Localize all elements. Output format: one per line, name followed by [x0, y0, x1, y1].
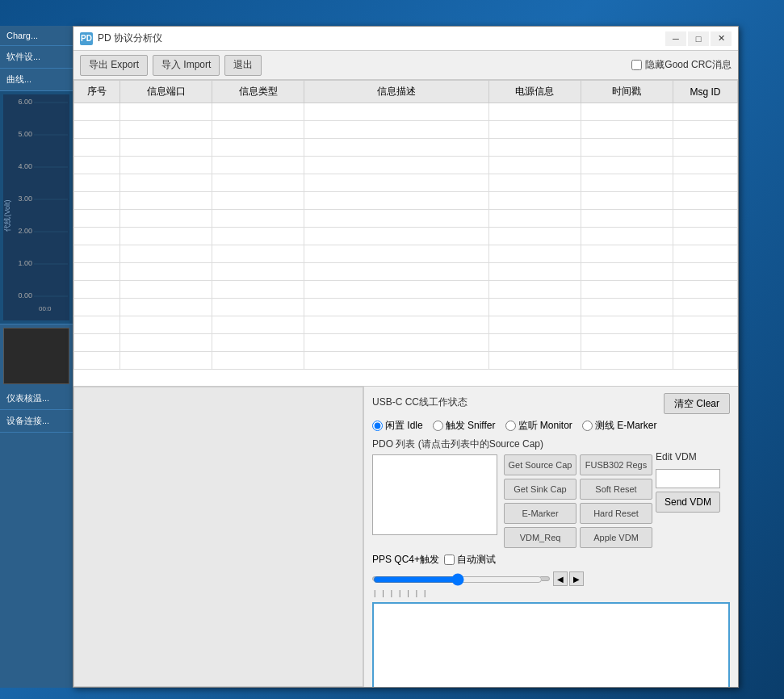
vdm-req-btn[interactable]: VDM_Req [504, 527, 576, 548]
table-row [74, 174, 738, 192]
pps-label: PPS QC4+触发 [372, 553, 439, 567]
slider-left-arrow[interactable]: ◀ [553, 571, 568, 586]
slider-arrows: ◀ ▶ [553, 571, 584, 586]
left-chart-panel [73, 387, 364, 687]
sidebar-mini-chart-section [0, 324, 73, 387]
sidebar-item-temp[interactable]: 仪表核温... [0, 387, 73, 410]
table-row [74, 157, 738, 174]
svg-text:代线(Volt): 代线(Volt) [3, 199, 11, 232]
pdo-btn-row-3: E-Marker Hard Reset [504, 503, 652, 524]
textarea-wrapper [372, 602, 730, 687]
toolbar: 导出 Export 导入 Import 退出 隐藏Good CRC消息 [73, 51, 738, 80]
vdm-section-title: Edit VDM [656, 451, 720, 463]
minimize-button[interactable]: ─ [665, 31, 686, 46]
e-marker-btn[interactable]: E-Marker [504, 503, 576, 524]
window-icon: PD [80, 32, 93, 45]
auto-test-label[interactable]: 自动测试 [444, 553, 496, 567]
import-button[interactable]: 导入 Import [153, 55, 220, 76]
hide-crc-checkbox[interactable] [631, 60, 642, 70]
radio-sniffer[interactable]: 触发 Sniffer [433, 419, 496, 433]
pdo-btn-row-1: Get Source Cap FUSB302 Regs [504, 454, 652, 475]
radio-emarker[interactable]: 测线 E-Marker [582, 419, 657, 433]
table-row [74, 281, 738, 299]
data-table: 序号 信息端口 信息类型 信息描述 电源信息 时间戳 Msg ID [73, 80, 738, 370]
pps-slider[interactable] [373, 573, 543, 586]
table-row [74, 228, 738, 245]
table-row [74, 192, 738, 210]
log-area-section [372, 602, 730, 687]
sidebar-item-curve[interactable]: 曲线... [0, 69, 73, 91]
close-button[interactable]: ✕ [711, 31, 732, 46]
table-row [74, 316, 738, 334]
apple-vdm-btn[interactable]: Apple VDM [580, 527, 652, 548]
chart-preview-area [73, 387, 363, 687]
table-row [74, 263, 738, 281]
vdm-input[interactable] [656, 469, 720, 488]
col-header-power: 电源信息 [488, 81, 581, 103]
cc-section-title: USB-C CC线工作状态 [372, 396, 467, 409]
auto-test-checkbox[interactable] [444, 555, 455, 565]
radio-idle-input[interactable] [372, 421, 383, 431]
table-row [74, 139, 738, 157]
send-vdm-btn[interactable]: Send VDM [656, 492, 720, 513]
right-control-panel: USB-C CC线工作状态 清空 Clear 闲置 Idle 触发 Sniffe… [364, 387, 738, 687]
get-source-cap-btn[interactable]: Get Source Cap [504, 454, 576, 475]
slider-right-arrow[interactable]: ▶ [569, 571, 584, 586]
pdo-vdm-row: Get Source Cap FUSB302 Regs Get Sink Cap… [372, 451, 730, 548]
svg-text:5.00: 5.00 [18, 130, 32, 138]
svg-text:2.00: 2.00 [18, 227, 32, 235]
col-header-timestamp: 时间戳 [581, 81, 673, 103]
title-bar-buttons: ─ □ ✕ [665, 31, 732, 46]
cc-status-section: USB-C CC线工作状态 清空 Clear [372, 393, 730, 414]
restore-button[interactable]: □ [688, 31, 709, 46]
table-row [74, 334, 738, 352]
sidebar-item-device[interactable]: 设备连接... [0, 410, 73, 433]
vdm-section: Edit VDM Send VDM [656, 451, 720, 548]
pdo-btn-row-2: Get Sink Cap Soft Reset [504, 479, 652, 500]
content-area: 序号 信息端口 信息类型 信息描述 电源信息 时间戳 Msg ID [73, 80, 738, 687]
table-row [74, 210, 738, 228]
pdo-content: Get Source Cap FUSB302 Regs Get Sink Cap… [372, 454, 652, 548]
svg-text:0.00: 0.00 [18, 291, 32, 299]
table-body [74, 103, 738, 370]
pdo-section-title: PDO 列表 (请点击列表中的Source Cap) [372, 438, 543, 450]
svg-text:00:0: 00:0 [39, 305, 52, 312]
fusb302-regs-btn[interactable]: FUSB302 Regs [580, 454, 652, 475]
pdo-section: PDO 列表 (请点击列表中的Source Cap) Get Source Ca… [372, 437, 730, 548]
radio-emarker-input[interactable] [582, 421, 593, 431]
pdo-btn-row-4: VDM_Req Apple VDM [504, 527, 652, 548]
radio-monitor-input[interactable] [505, 421, 516, 431]
pdo-list-box[interactable] [372, 454, 497, 535]
table-row [74, 245, 738, 263]
sidebar-item-charg[interactable]: Charg... [0, 26, 73, 46]
hide-crc-label[interactable]: 隐藏Good CRC消息 [631, 58, 732, 72]
sidebar-item-software[interactable]: 软件设... [0, 46, 73, 69]
radio-sniffer-input[interactable] [433, 421, 443, 431]
radio-monitor[interactable]: 监听 Monitor [505, 419, 572, 433]
slider-track [372, 576, 550, 581]
col-header-desc: 信息描述 [304, 81, 488, 103]
soft-reset-btn[interactable]: Soft Reset [580, 479, 652, 500]
log-textarea[interactable] [372, 602, 730, 687]
table-container: 序号 信息端口 信息类型 信息描述 电源信息 时间戳 Msg ID [73, 80, 738, 387]
table-row [74, 121, 738, 139]
col-header-seq: 序号 [74, 81, 120, 103]
radio-idle[interactable]: 闲置 Idle [372, 419, 423, 433]
title-bar: PD PD 协议分析仪 ─ □ ✕ [73, 27, 738, 51]
svg-text:4.00: 4.00 [18, 162, 32, 170]
export-button[interactable]: 导出 Export [80, 55, 148, 76]
exit-button[interactable]: 退出 [224, 55, 262, 76]
svg-text:6.00: 6.00 [18, 98, 32, 106]
window-title: PD 协议分析仪 [98, 31, 665, 45]
table-row [74, 103, 738, 121]
hard-reset-btn[interactable]: Hard Reset [580, 503, 652, 524]
get-sink-cap-btn[interactable]: Get Sink Cap [504, 479, 576, 500]
sidebar-mini-chart [3, 328, 69, 384]
pdo-buttons-column: Get Source Cap FUSB302 Regs Get Sink Cap… [504, 454, 652, 548]
sidebar-chart-area: 6.00 5.00 4.00 3.00 2.00 1.00 0.00 代线(Vo… [0, 91, 73, 324]
col-header-type: 信息类型 [212, 81, 304, 103]
cc-mode-radio-group: 闲置 Idle 触发 Sniffer 监听 Monitor 测线 E-Marke… [372, 419, 730, 433]
left-sidebar: Charg... 软件设... 曲线... 6.00 5.00 4.00 3.0… [0, 26, 73, 688]
main-window: PD PD 协议分析仪 ─ □ ✕ 导出 Export 导入 Import 退出… [73, 26, 739, 688]
clear-button[interactable]: 清空 Clear [664, 393, 730, 414]
